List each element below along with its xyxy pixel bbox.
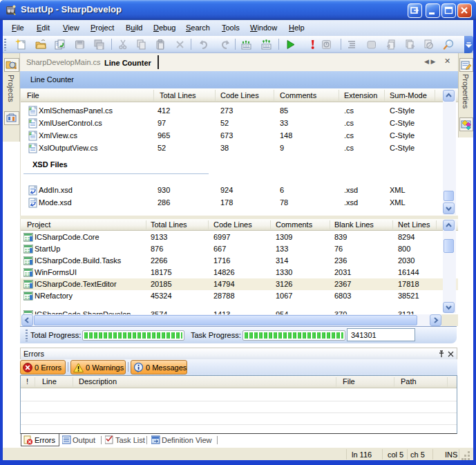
svg-text:#: # <box>29 131 32 136</box>
svg-text:#: # <box>29 144 32 149</box>
svg-text:#: # <box>29 106 32 111</box>
svg-text:#: # <box>29 119 32 124</box>
